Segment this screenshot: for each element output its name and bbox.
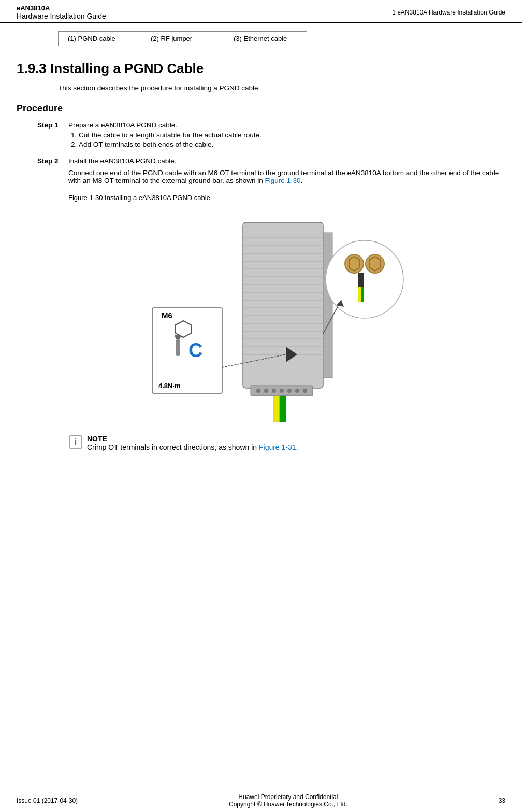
step1-label: Step 1 (37, 121, 68, 150)
section-heading: 1.9.3 Installing a PGND Cable (17, 61, 505, 77)
svg-point-29 (280, 389, 284, 393)
cable-type-table: (1) PGND cable (2) RF jumper (3) Etherne… (58, 31, 307, 46)
note-body: Crimp OT terminals in correct directions… (87, 443, 298, 451)
page-footer: Issue 01 (2017-04-30) Huawei Proprietary… (0, 789, 522, 812)
svg-text:i: i (75, 437, 77, 446)
page-header: eAN3810A Hardware Installation Guide 1 e… (0, 0, 522, 23)
section-intro: This section describes the procedure for… (58, 84, 505, 92)
svg-text:C: C (189, 339, 202, 361)
step1-container: Step 1 Prepare a eAN3810A PGND cable. Cu… (37, 121, 505, 150)
svg-rect-7 (243, 222, 323, 388)
step2-label: Step 2 (37, 157, 68, 184)
table-cell-col3: (3) Ethernet cable (224, 32, 307, 46)
svg-point-38 (345, 254, 364, 273)
step1-list: Cut the cable to a length suitable for t… (79, 131, 505, 148)
note-icon: i (68, 435, 83, 451)
svg-point-31 (295, 389, 299, 393)
note-text-container: NOTE Crimp OT terminals in correct direc… (87, 435, 298, 451)
svg-point-39 (366, 254, 384, 273)
table-cell-col1: (1) PGND cable (59, 32, 141, 46)
figure-svg: M6 C 4.8N·m (147, 207, 416, 424)
main-content: (1) PGND cable (2) RF jumper (3) Etherne… (0, 23, 522, 468)
svg-text:4.8N·m: 4.8N·m (158, 382, 181, 390)
list-item: Cut the cable to a length suitable for t… (79, 131, 505, 139)
step1-content: Prepare a eAN3810A PGND cable. Cut the c… (68, 121, 505, 150)
figure-caption: Installing a eAN3810A PGND cable (103, 194, 210, 202)
step2-title: Install the eAN3810A PGND cable. (68, 157, 505, 165)
footer-left: Issue 01 (2017-04-30) (17, 797, 78, 804)
svg-rect-24 (323, 233, 332, 378)
svg-point-26 (256, 389, 260, 393)
svg-rect-43 (358, 287, 361, 302)
doc-title-line1: eAN3810A (17, 4, 106, 12)
figure-link[interactable]: Figure 1-30 (265, 177, 300, 184)
header-right: 1 eAN3810A Hardware Installation Guide (392, 9, 505, 16)
footer-center-line2: Copyright © Huawei Technologies Co., Ltd… (78, 801, 499, 808)
svg-point-28 (272, 389, 276, 393)
figure-label-bold: Figure 1-30 (68, 194, 103, 202)
svg-rect-3 (176, 339, 180, 356)
footer-center-line1: Huawei Proprietary and Confidential (78, 793, 499, 801)
svg-rect-33 (273, 396, 280, 422)
doc-title-line2: Hardware Installation Guide (17, 12, 106, 20)
svg-text:M6: M6 (162, 311, 172, 320)
figure-label: Figure 1-30 Installing a eAN3810A PGND c… (68, 194, 505, 202)
svg-rect-34 (280, 396, 286, 422)
figure-area: M6 C 4.8N·m (58, 207, 505, 424)
note-label: NOTE (87, 435, 107, 443)
svg-point-32 (303, 389, 307, 393)
table-cell-col2: (2) RF jumper (141, 32, 224, 46)
step2-desc: Connect one end of the PGND cable with a… (68, 169, 505, 184)
list-item: Add OT terminals to both ends of the cab… (79, 140, 505, 148)
procedure-heading: Procedure (17, 103, 505, 114)
svg-rect-44 (361, 287, 364, 302)
footer-right: 33 (499, 797, 505, 804)
note-figure-link[interactable]: Figure 1-31 (259, 443, 296, 451)
svg-point-27 (264, 389, 268, 393)
step2-container: Step 2 Install the eAN3810A PGND cable. … (37, 157, 505, 184)
svg-point-30 (287, 389, 292, 393)
table-row: (1) PGND cable (2) RF jumper (3) Etherne… (59, 32, 307, 46)
header-left: eAN3810A Hardware Installation Guide (17, 4, 106, 20)
step1-title: Prepare a eAN3810A PGND cable. (68, 121, 505, 129)
step2-content: Install the eAN3810A PGND cable. Connect… (68, 157, 505, 184)
svg-rect-0 (152, 308, 222, 393)
figure-diagram: M6 C 4.8N·m (147, 207, 416, 424)
note-container: i NOTE Crimp OT terminals in correct dir… (68, 435, 505, 451)
footer-center: Huawei Proprietary and Confidential Copy… (78, 793, 499, 808)
